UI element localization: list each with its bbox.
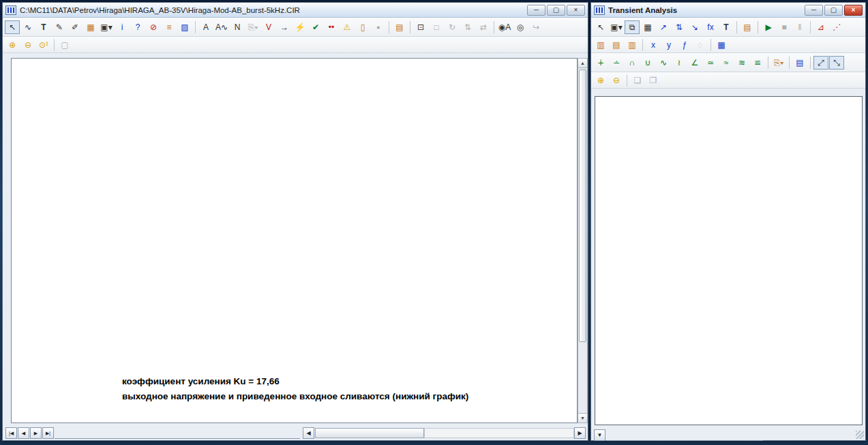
picture-mode-icon[interactable]: ✐ [68, 20, 83, 34]
find-component-icon[interactable]: ▦ [83, 20, 98, 34]
transient-titlebar[interactable]: Transient Analysis ─ ▢ × [591, 3, 865, 18]
properties-icon[interactable]: ▤ [740, 20, 755, 34]
inflection-mode-icon[interactable]: ≃ [703, 56, 718, 70]
horizontal-cursor-icon[interactable]: ⤢ [813, 56, 828, 70]
vertical-scroll-thumb[interactable] [579, 70, 586, 342]
hscroll-right-icon[interactable]: ▶ [574, 427, 586, 439]
wire-mode-icon[interactable]: ∿ [20, 20, 35, 34]
graphics-dropdown-icon[interactable]: ▣▾ [609, 20, 624, 34]
show-node-numbers-icon[interactable]: N [230, 20, 245, 34]
flip-vertical-icon[interactable]: ⇅ [460, 20, 475, 34]
schematic-nav-prev[interactable]: ◀ [18, 427, 29, 439]
cursor-mode-icon[interactable]: ▦ [640, 20, 655, 34]
graphics-mode-icon[interactable]: ✎ [52, 20, 67, 34]
resize-grip[interactable] [856, 431, 864, 439]
show-node-voltages-icon[interactable]: V [261, 20, 276, 34]
close-button[interactable]: × [567, 5, 585, 16]
zoom-out-icon[interactable]: ⊖ [609, 74, 624, 87]
component-dropdown-icon[interactable]: ▣▾ [99, 20, 114, 34]
edit-limits-icon[interactable]: ▦ [714, 38, 729, 52]
peak-mode-icon[interactable]: ∔ [593, 56, 608, 70]
info-mode-icon[interactable]: i [115, 20, 130, 34]
show-grid-text-icon[interactable]: A∿ [214, 20, 229, 34]
scale-mode-icon[interactable]: ⧉ [625, 20, 640, 34]
low-mode-icon[interactable]: ∪ [640, 56, 655, 70]
data-points-icon[interactable]: ▤ [792, 56, 807, 70]
horizontal-tag-icon[interactable]: ↘ [687, 20, 702, 34]
restore-button[interactable]: ▢ [547, 5, 565, 16]
scroll-down-icon[interactable]: ▼ [578, 413, 587, 423]
schematic-nav-last[interactable]: ▶| [42, 427, 54, 439]
bring-front-icon[interactable]: ❏ [630, 74, 645, 87]
send-back-icon[interactable]: ❐ [646, 74, 661, 87]
plot-panel[interactable] [595, 96, 863, 425]
box-select-icon[interactable]: ⊡ [413, 20, 428, 34]
close-button[interactable]: × [844, 5, 863, 16]
overlap-mode-icon[interactable]: ≈ [719, 56, 734, 70]
pause-button[interactable]: ‖ [792, 20, 807, 34]
rubberband-icon[interactable]: ▫ [371, 20, 386, 34]
hscroll-thumb[interactable] [315, 428, 424, 438]
show-warnings-icon[interactable]: ⚠ [340, 20, 355, 34]
select-cursor-icon[interactable]: ↖ [593, 20, 608, 34]
schematic-canvas[interactable]: коэффициент усиления Ku = 17,66 выходное… [11, 58, 578, 423]
sheet-icon[interactable]: ▯ [355, 20, 370, 34]
page-dropdown-icon[interactable]: ▼ [594, 429, 605, 441]
zoom-100-icon[interactable]: ⊙¹ [36, 38, 51, 52]
panel-lines-icon[interactable]: ▤ [609, 38, 624, 52]
page-copy-icon[interactable]: ▢ [57, 38, 72, 52]
zoom-in-icon[interactable]: ⊕ [593, 74, 608, 87]
region-enable-icon[interactable]: ≡ [162, 20, 177, 34]
properties-icon[interactable]: ▤ [392, 20, 407, 34]
vertical-cursor-icon[interactable]: ⤡ [829, 56, 844, 70]
schematic-vertical-scrollbar[interactable]: ▲ ▼ [578, 58, 588, 423]
show-power-icon[interactable]: ⚡ [293, 20, 308, 34]
scroll-up-icon[interactable]: ▲ [578, 59, 587, 68]
goto-flag-icon[interactable]: ↪ [528, 20, 543, 34]
x-axis-settings-icon[interactable]: x [646, 38, 661, 52]
show-conditions-icon[interactable]: ✔ [308, 20, 323, 34]
show-attribute-text-icon[interactable]: A [198, 20, 213, 34]
enable-disable-icon[interactable]: ⊘ [146, 20, 161, 34]
valley-mode-icon[interactable]: ∸ [609, 56, 624, 70]
search-icon[interactable]: ◌ [693, 38, 708, 52]
restore-button[interactable]: ▢ [824, 5, 843, 16]
smooth-mode-icon[interactable]: ≌ [750, 56, 765, 70]
find-icon[interactable]: ◎ [513, 20, 528, 34]
help-mode-icon[interactable]: ? [130, 20, 145, 34]
fx-settings-icon[interactable]: ƒ [677, 38, 692, 52]
text-mode-icon[interactable]: T [719, 20, 734, 34]
flip-horizontal-icon[interactable]: ⇄ [476, 20, 491, 34]
envelope-mode-icon[interactable]: ≋ [734, 56, 749, 70]
stop-button[interactable]: ■ [777, 20, 792, 34]
y-axis-settings-icon[interactable]: y [661, 38, 676, 52]
select-cursor-icon[interactable]: ↖ [5, 20, 20, 34]
point-tag-icon[interactable]: ↗ [656, 20, 671, 34]
panel-left-icon[interactable]: ▥ [593, 38, 608, 52]
show-currents-icon[interactable]: → [277, 20, 292, 34]
schematic-nav-next[interactable]: ▶ [30, 427, 42, 439]
show-pin-connections-icon[interactable]: •• [324, 20, 339, 34]
schematic-titlebar[interactable]: C:\MC11\DATA\Petrov\Hiraga\HIRAGA_AB-35V… [3, 3, 588, 18]
slope-mode-icon[interactable]: ∠ [687, 56, 702, 70]
region-box-icon[interactable]: □ [429, 20, 444, 34]
minimize-button[interactable]: ─ [805, 5, 823, 16]
text-mode-icon[interactable]: T [36, 20, 51, 34]
fall-mode-icon[interactable]: ≀ [672, 56, 687, 70]
high-mode-icon[interactable]: ∩ [625, 56, 640, 70]
hscroll-groove[interactable] [424, 428, 574, 438]
vertical-tag-icon[interactable]: ⇅ [672, 20, 687, 34]
find-text-icon[interactable]: ◉A [497, 20, 512, 34]
paste-icon[interactable]: ⎘▾ [245, 20, 260, 34]
rotate-icon[interactable]: ↻ [445, 20, 460, 34]
run-button[interactable]: ▶ [761, 20, 776, 34]
zoom-in-icon[interactable]: ⊕ [5, 38, 20, 52]
minimize-button[interactable]: ─ [527, 5, 545, 16]
clipboard-dropdown-icon[interactable]: ⎘▾ [771, 56, 786, 70]
zoom-out-icon[interactable]: ⊖ [20, 38, 35, 52]
schematic-nav-first[interactable]: |◀ [5, 427, 17, 439]
analysis-options-icon[interactable]: ⋰ [829, 20, 844, 34]
performance-tag-icon[interactable]: fx [703, 20, 718, 34]
rise-mode-icon[interactable]: ∿ [656, 56, 671, 70]
hscroll-left-icon[interactable]: ◀ [303, 427, 314, 439]
